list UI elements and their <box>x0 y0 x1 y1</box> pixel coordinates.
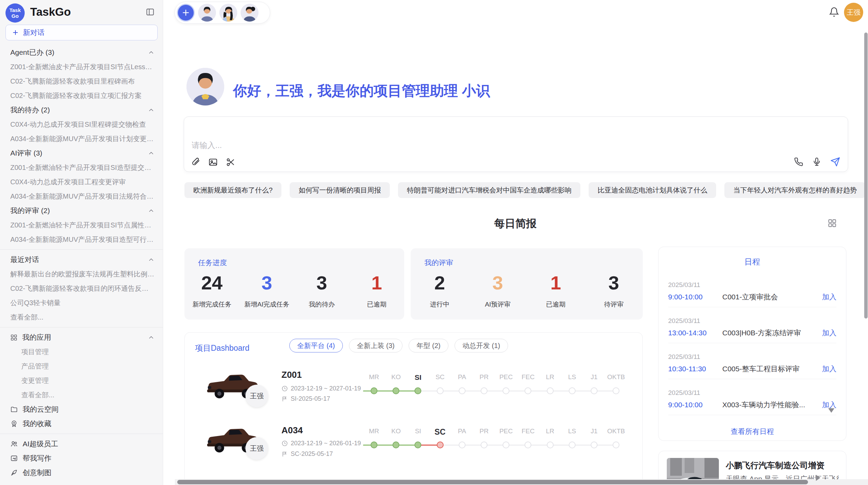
sidebar-item[interactable]: C02-飞腾新能源轻客改款项目立项汇报方案 <box>0 88 163 103</box>
vertical-scrollbar[interactable] <box>864 33 868 319</box>
scroll-down-arrow[interactable] <box>828 408 834 413</box>
sidebar-section-header[interactable]: Agent已办 (3) <box>0 45 163 60</box>
milestone-dot[interactable] <box>569 387 576 394</box>
project-code[interactable]: Z001 <box>281 370 302 380</box>
milestone-dot[interactable] <box>437 442 444 448</box>
image-icon[interactable] <box>208 158 218 167</box>
milestone-dot[interactable] <box>437 387 444 394</box>
sidebar-item-cloud-space[interactable]: 我的云空间 <box>0 402 163 416</box>
sidebar-item-creative-drawing[interactable]: 创意制图 <box>0 465 163 480</box>
sidebar-section-header[interactable]: AI评审 (3) <box>0 146 163 160</box>
join-link[interactable]: 加入 <box>822 364 836 374</box>
recent-chat-item[interactable]: 解释最新出台的欧盟报废车法规再生塑料比例被调至15%... <box>0 267 163 281</box>
send-icon[interactable] <box>830 157 840 167</box>
paperclip-icon[interactable] <box>191 158 200 167</box>
sidebar-section-recent-chats[interactable]: 最近对话 <box>0 252 163 267</box>
suggestion-chip[interactable]: 当下年轻人对汽车外观有怎样的喜好趋势 <box>724 182 866 198</box>
daily-brief-header: 每日简报 <box>184 216 846 234</box>
suggestion-chip[interactable]: 特朗普可能对进口汽车增税会对中国车企造成哪些影响 <box>398 182 580 198</box>
milestone-dot[interactable] <box>547 387 554 394</box>
divider <box>668 343 836 343</box>
milestone-dot[interactable] <box>414 442 421 448</box>
recent-chat-item[interactable]: C02-飞腾新能源轻客改款项目的闭环通告反馈情况 <box>0 281 163 296</box>
sidebar-item[interactable]: Z001-全新燃油轻卡产品开发项目SI节点属性5D文件评审 <box>0 218 163 232</box>
milestone-dot[interactable] <box>613 442 619 448</box>
view-all-chats-link[interactable]: 查看全部... <box>0 310 163 324</box>
chevron-up-icon[interactable] <box>148 256 155 263</box>
notification-bell-icon[interactable] <box>829 7 839 17</box>
layout-grid-icon[interactable] <box>828 219 837 228</box>
app-logo: Task Go <box>5 3 25 23</box>
milestone-dot[interactable] <box>481 442 487 448</box>
dashboard-filter-pill[interactable]: 全新上装 (3) <box>349 339 402 352</box>
milestone-dot[interactable] <box>547 442 554 448</box>
suggestion-chip[interactable]: 如何写一份清晰的项目周报 <box>290 182 390 198</box>
project-code[interactable]: A034 <box>281 425 303 436</box>
chevron-up-icon[interactable] <box>148 49 155 56</box>
milestone-dot[interactable] <box>613 387 619 394</box>
sidebar-item[interactable]: Z001-全新燃油轻卡产品开发项目SI造型提交物评审 <box>0 160 163 175</box>
milestone-dot[interactable] <box>371 442 377 448</box>
chevron-up-icon[interactable] <box>148 150 155 157</box>
microphone-icon[interactable] <box>812 157 821 166</box>
milestone-dot[interactable] <box>393 387 399 394</box>
flag-label: SI-2025-05-17 <box>291 395 330 402</box>
milestone-dot[interactable] <box>393 442 399 448</box>
join-link[interactable]: 加入 <box>822 292 836 302</box>
collapse-sidebar-icon[interactable] <box>146 8 155 16</box>
new-chat-button[interactable]: 新对话 <box>5 25 158 40</box>
sidebar-item-ai-super-staff[interactable]: AI超级员工 <box>0 437 163 451</box>
recent-chat-item[interactable]: 公司Q3轻卡销量 <box>0 296 163 310</box>
milestone-dot[interactable] <box>459 387 466 394</box>
milestone-dot[interactable] <box>525 387 531 394</box>
milestone-dot[interactable] <box>414 387 421 394</box>
sidebar-item-help-me-write[interactable]: 帮我写作 <box>0 451 163 465</box>
sidebar-item[interactable]: C02-飞腾新能源轻客改款项目里程碑画布 <box>0 74 163 88</box>
join-link[interactable]: 加入 <box>822 328 836 338</box>
milestone-label: SC <box>429 373 451 381</box>
milestone-dot[interactable] <box>459 442 466 448</box>
sidebar-sub-item[interactable]: 项目管理 <box>0 345 163 359</box>
sidebar-item-favorites[interactable]: 我的收藏 <box>0 416 163 431</box>
user-avatar[interactable]: 王强 <box>844 3 863 22</box>
sidebar-section-header[interactable]: 我的评审 (2) <box>0 203 163 218</box>
milestone-dot[interactable] <box>591 442 598 448</box>
chevron-up-icon[interactable] <box>148 334 155 341</box>
phone-icon[interactable] <box>794 157 803 166</box>
sidebar-section-header[interactable]: 我的待办 (2) <box>0 103 163 117</box>
sidebar-item[interactable]: A034-全新新能源MUV产品开发项目计划变更表编写 <box>0 132 163 146</box>
sidebar-item[interactable]: C0X4-动力总成开发项目工程变更评审 <box>0 175 163 189</box>
sidebar-sub-item[interactable]: 产品管理 <box>0 359 163 373</box>
dashboard-filter-pill[interactable]: 全新平台 (4) <box>289 339 343 352</box>
dashboard-filter-pill[interactable]: 动总开发 (1) <box>455 339 508 352</box>
sidebar-item[interactable]: A034-全新新能源MUV产品开发项目法规符合性评审 <box>0 189 163 203</box>
daily-brief-title: 每日简报 <box>184 216 846 231</box>
sidebar-item[interactable]: A034-全新新能源MUV产品开发项目造型可行性评审 <box>0 232 163 247</box>
chat-input-box[interactable]: 请输入... <box>184 116 848 172</box>
sidebar-sub-item[interactable]: 查看全部... <box>0 388 163 402</box>
milestone-dot[interactable] <box>525 442 531 448</box>
view-all-schedule-link[interactable]: 查看所有日程 <box>659 427 846 436</box>
sidebar-section-my-apps[interactable]: 我的应用 <box>0 330 163 345</box>
dashboard-filter-pill[interactable]: 年型 (2) <box>409 339 448 352</box>
horizontal-scrollbar[interactable] <box>177 480 808 484</box>
agent-avatar-1[interactable] <box>198 4 216 22</box>
scroll-right-arrow[interactable] <box>816 475 820 481</box>
sidebar-item[interactable]: C0X4-动力总成开发项目SI里程碑提交物检查 <box>0 117 163 132</box>
milestone-dot[interactable] <box>481 387 487 394</box>
suggestion-chip[interactable]: 欧洲新规最近颁布了什么? <box>184 182 281 198</box>
suggestion-chip[interactable]: 比亚迪全固态电池计划具体说了什么 <box>589 182 716 198</box>
chevron-up-icon[interactable] <box>148 207 155 214</box>
milestone-dot[interactable] <box>591 387 598 394</box>
milestone-dot[interactable] <box>371 387 377 394</box>
scissors-icon[interactable] <box>226 158 235 167</box>
chevron-up-icon[interactable] <box>148 107 155 113</box>
sidebar-sub-item[interactable]: 变更管理 <box>0 373 163 388</box>
sidebar-item[interactable]: Z001-全新燃油皮卡产品开发项目SI节点Lesson Learn报告 <box>0 60 163 74</box>
milestone-dot[interactable] <box>569 442 576 448</box>
agent-avatar-2[interactable] <box>219 4 237 22</box>
milestone-dot[interactable] <box>503 442 509 448</box>
milestone-dot[interactable] <box>503 387 509 394</box>
add-agent-button[interactable] <box>177 4 195 22</box>
agent-avatar-3[interactable] <box>241 4 258 22</box>
